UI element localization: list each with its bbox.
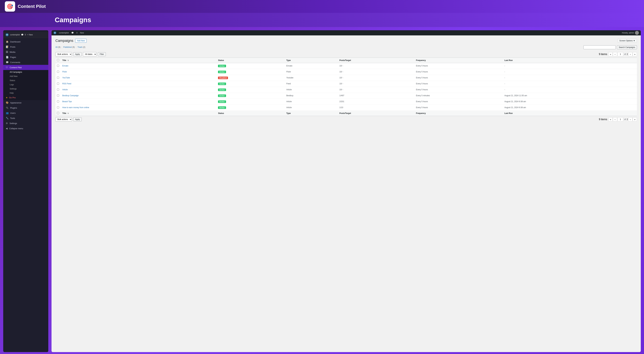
last-page-btn-bottom[interactable]: » <box>633 117 637 121</box>
sub-item-help[interactable]: Help <box>3 91 48 95</box>
row-select-3[interactable] <box>57 82 59 85</box>
select-all-checkbox[interactable] <box>57 59 59 61</box>
campaign-link-2[interactable]: YouTube <box>62 77 70 79</box>
sub-item-add-new[interactable]: Add New <box>3 74 48 78</box>
sidebar-item-dashboard[interactable]: 🏠 Dashboard <box>3 39 48 44</box>
sidebar-item-comments[interactable]: 💬 Comments <box>3 60 48 65</box>
campaign-link-0[interactable]: Envato <box>62 65 68 67</box>
sidebar: W contentpilot 💬 0 + New 🏠 Dashboard 📝 P… <box>3 30 48 352</box>
row-select-0[interactable] <box>57 65 59 67</box>
row-frequency-3: Every 5 hours <box>414 81 503 87</box>
campaign-link-1[interactable]: Flickr <box>62 71 67 73</box>
status-badge-7: Active <box>218 106 226 109</box>
search-campaigns-button[interactable]: Search Campaigns <box>617 45 637 49</box>
row-frequency-0: Every 5 hours <box>414 63 503 69</box>
campaign-link-7[interactable]: How to earn money from online <box>62 106 89 109</box>
items-pagination-bottom: 9 items « ‹ of 2 › » <box>599 117 637 121</box>
campaigns-title-row: Campaigns Add New <box>56 39 86 43</box>
add-new-button[interactable]: Add New <box>75 39 86 43</box>
sub-item-logs[interactable]: Logs <box>3 82 48 87</box>
go-pro-link[interactable]: ★ Go Pro <box>3 95 48 100</box>
sidebar-label-appearance: Appearance <box>10 101 22 104</box>
sidebar-item-plugins[interactable]: 🔌 Plugins <box>3 105 48 110</box>
filter-trash-link[interactable]: Trash <box>78 46 82 48</box>
sub-item-settings[interactable]: Settings <box>3 87 48 91</box>
row-posts-target-3: 10/ - <box>338 81 414 87</box>
sidebar-item-users[interactable]: 👥 Users <box>3 110 48 115</box>
collapse-menu[interactable]: ◀ Collapse menu <box>3 126 48 131</box>
apply-button-top[interactable]: Apply <box>73 52 82 56</box>
bulk-actions-select-bottom[interactable]: Bulk actions <box>56 117 72 121</box>
sub-label-help: Help <box>10 92 14 94</box>
row-select-1[interactable] <box>57 71 59 73</box>
next-page-btn-top[interactable]: › <box>628 52 632 56</box>
tools-icon: 🔧 <box>6 117 8 119</box>
sidebar-item-media[interactable]: 🖼 Media <box>3 49 48 54</box>
row-last-run-0: - <box>503 63 637 69</box>
bulk-actions-select-top[interactable]: Bulk actions <box>56 52 72 56</box>
row-status-7: Active <box>216 105 285 111</box>
admin-site-name[interactable]: contentpilot <box>59 32 69 34</box>
prev-page-btn-bottom[interactable]: ‹ <box>613 117 617 121</box>
next-page-btn-bottom[interactable]: › <box>628 117 632 121</box>
filter-all-link[interactable]: All <box>56 46 58 48</box>
campaign-link-3[interactable]: RSS Feed <box>62 82 71 85</box>
filter-button[interactable]: Filter <box>98 52 106 56</box>
sidebar-label-posts: Posts <box>10 46 16 48</box>
page-input-bottom[interactable] <box>618 117 623 121</box>
sidebar-label-comments: Comments <box>10 61 20 63</box>
row-select-4[interactable] <box>57 88 59 91</box>
row-select-6[interactable] <box>57 100 59 102</box>
sidebar-item-settings-main[interactable]: ⚙ Settings <box>3 121 48 126</box>
prev-page-btn-top[interactable]: ‹ <box>613 52 617 56</box>
row-type-4: Article <box>285 87 338 93</box>
tfoot-checkbox <box>56 111 61 116</box>
pagination-bottom: « ‹ of 2 › » <box>608 117 637 121</box>
first-page-btn-bottom[interactable]: « <box>608 117 612 121</box>
apply-button-bottom[interactable]: Apply <box>73 117 82 121</box>
screen-options-button[interactable]: Screen Options ▼ <box>618 39 637 43</box>
row-select-5[interactable] <box>57 94 59 96</box>
table-controls-bottom: Bulk actions Apply 9 items « ‹ of 2 › » <box>56 117 637 121</box>
row-checkbox-7 <box>56 105 61 111</box>
row-type-2: Youtube <box>285 75 338 81</box>
filter-published-link[interactable]: Published <box>63 46 72 48</box>
sidebar-item-tools[interactable]: 🔧 Tools <box>3 115 48 121</box>
sub-item-all-campaigns[interactable]: All Campaigns <box>3 70 48 74</box>
row-posts-target-4: 10/ - <box>338 87 414 93</box>
comments-icon[interactable]: 💬 <box>21 34 24 36</box>
dates-select[interactable]: All dates <box>83 52 96 56</box>
sidebar-item-posts[interactable]: 📝 Posts <box>3 44 48 49</box>
campaign-link-4[interactable]: Article <box>62 88 68 91</box>
howdy-area: Howdy, admin <box>622 31 639 35</box>
campaigns-table: Title ⇅ Status Type Posts/Target <box>56 58 637 116</box>
sub-label-add-new: Add New <box>10 75 18 77</box>
sidebar-item-appearance[interactable]: 🎨 Appearance <box>3 100 48 105</box>
sub-item-status[interactable]: Status <box>3 78 48 82</box>
select-all-footer-checkbox[interactable] <box>57 112 59 114</box>
campaign-link-6[interactable]: Beauti Tips <box>62 100 72 103</box>
search-campaigns-input[interactable] <box>584 45 616 49</box>
sidebar-item-pages[interactable]: 📄 Pages <box>3 54 48 60</box>
row-posts-target-7: 1/10 <box>338 105 414 111</box>
th-last-run: Last Run <box>503 58 637 63</box>
site-name[interactable]: contentpilot <box>10 34 20 36</box>
new-link[interactable]: + New <box>27 34 33 36</box>
wp-logo: W <box>6 33 9 36</box>
row-frequency-5: Every 5 minutes <box>414 93 503 99</box>
page-input-top[interactable] <box>618 52 623 56</box>
last-page-btn-top[interactable]: » <box>633 52 637 56</box>
sub-label-all-campaigns: All Campaigns <box>10 71 22 73</box>
posts-icon: 📝 <box>6 45 8 48</box>
campaign-link-5[interactable]: Bestbuy Campaign <box>62 94 78 97</box>
admin-new-link[interactable]: New <box>80 32 84 34</box>
row-select-2[interactable] <box>57 77 59 79</box>
status-badge-2: Disabled <box>218 77 228 79</box>
sort-arrows-title[interactable]: ⇅ <box>68 59 69 61</box>
row-type-1: Flickr <box>285 69 338 75</box>
row-select-7[interactable] <box>57 106 59 108</box>
sort-arrows-title-foot[interactable]: ⇅ <box>68 112 69 114</box>
first-page-btn-top[interactable]: « <box>608 52 612 56</box>
sidebar-item-content-pilot[interactable]: 🛡 Content Pilot <box>3 65 48 70</box>
brand-name: Content Pilot <box>18 4 46 9</box>
